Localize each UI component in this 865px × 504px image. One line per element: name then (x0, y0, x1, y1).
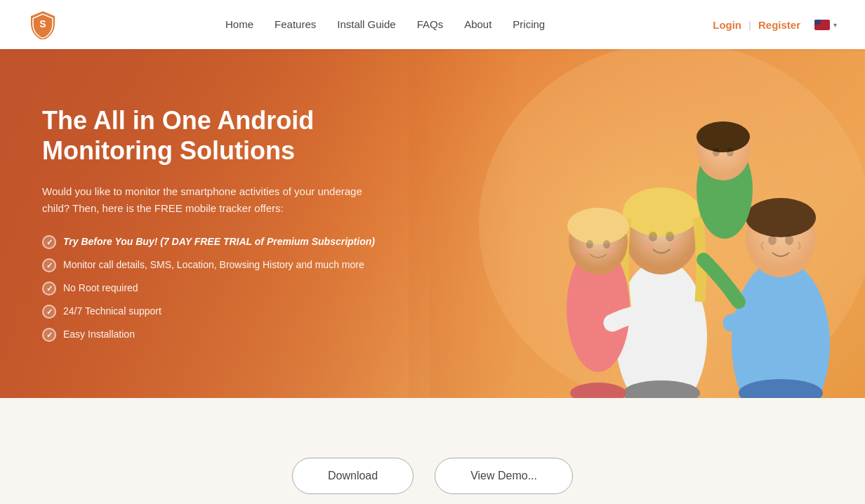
chevron-down-icon: ▾ (833, 21, 837, 29)
logo-shield-icon: S (28, 10, 58, 39)
download-button[interactable]: Download (292, 458, 414, 494)
nav-about-link[interactable]: About (464, 18, 491, 30)
check-icon-noroot (42, 281, 56, 296)
feature-support: 24/7 Technical support (42, 304, 379, 319)
svg-point-24 (603, 240, 610, 248)
svg-point-6 (768, 235, 777, 245)
svg-point-5 (746, 198, 816, 237)
feature-install: Easy Installation (42, 327, 379, 342)
svg-point-12 (666, 232, 674, 241)
check-icon-monitor (42, 258, 56, 272)
hero-content: The All in One Android Monitoring Soluti… (0, 77, 421, 370)
nav-pricing-link[interactable]: Pricing (513, 18, 545, 30)
hero-description: Would you like to monitor the smartphone… (42, 183, 379, 217)
svg-point-17 (696, 121, 750, 152)
svg-point-13 (642, 242, 653, 249)
bottom-section: Download View Demo... (0, 398, 865, 504)
login-link[interactable]: Login (713, 19, 741, 31)
logo[interactable]: S (28, 10, 58, 39)
hero-image-bg (409, 49, 865, 398)
feature-noroot: No Root required (42, 281, 379, 296)
svg-point-26 (607, 248, 617, 254)
check-icon-install (42, 328, 56, 342)
nav-divider: | (748, 19, 751, 31)
register-link[interactable]: Register (758, 19, 800, 31)
svg-point-25 (579, 248, 589, 254)
language-selector[interactable]: ▾ (814, 20, 837, 30)
us-flag (814, 20, 830, 30)
svg-point-22 (567, 208, 629, 244)
nav-links: Home Features Install Guide FAQs About P… (225, 18, 545, 31)
hero-image (409, 49, 865, 398)
nav-install-guide[interactable]: Install Guide (337, 18, 395, 31)
feature-trial: Try Before You Buy! (7 DAY FREE TRIAL of… (42, 234, 379, 249)
svg-point-18 (713, 148, 720, 157)
svg-point-23 (586, 240, 593, 248)
nav-about[interactable]: About (464, 18, 491, 31)
feature-noroot-text: No Root required (63, 281, 138, 296)
view-demo-button[interactable]: View Demo... (435, 458, 573, 494)
svg-point-14 (670, 242, 681, 249)
family-illustration (430, 49, 865, 398)
nav-features-link[interactable]: Features (275, 18, 316, 30)
nav-features[interactable]: Features (275, 18, 316, 31)
navbar-right: Login | Register ▾ (713, 19, 837, 31)
feature-monitor-text: Monitor call details, SMS, Location, Bro… (63, 258, 364, 272)
nav-home-link[interactable]: Home (225, 18, 253, 30)
nav-pricing[interactable]: Pricing (513, 18, 545, 31)
feature-support-text: 24/7 Technical support (63, 304, 161, 319)
svg-text:S: S (39, 18, 46, 29)
nav-faqs[interactable]: FAQs (417, 18, 444, 31)
flag-icon (814, 20, 830, 30)
nav-faqs-link[interactable]: FAQs (417, 18, 444, 30)
svg-point-10 (623, 187, 700, 237)
feature-trial-bold: Try Before You Buy! (7 DAY FREE TRIAL of… (63, 236, 375, 247)
check-icon-support (42, 305, 56, 319)
hero-section: The All in One Android Monitoring Soluti… (0, 49, 865, 398)
svg-point-19 (727, 148, 734, 157)
check-icon-trial (42, 235, 56, 249)
nav-install-guide-link[interactable]: Install Guide (337, 18, 395, 30)
nav-home[interactable]: Home (225, 18, 253, 31)
feature-trial-text: Try Before You Buy! (7 DAY FREE TRIAL of… (63, 234, 375, 249)
svg-point-11 (649, 232, 657, 241)
hero-title: The All in One Android Monitoring Soluti… (42, 105, 379, 166)
hero-features-list: Try Before You Buy! (7 DAY FREE TRIAL of… (42, 234, 379, 342)
navbar: S Home Features Install Guide FAQs About… (0, 0, 865, 49)
svg-point-7 (785, 235, 793, 245)
feature-monitor: Monitor call details, SMS, Location, Bro… (42, 258, 379, 272)
feature-install-text: Easy Installation (63, 327, 135, 342)
